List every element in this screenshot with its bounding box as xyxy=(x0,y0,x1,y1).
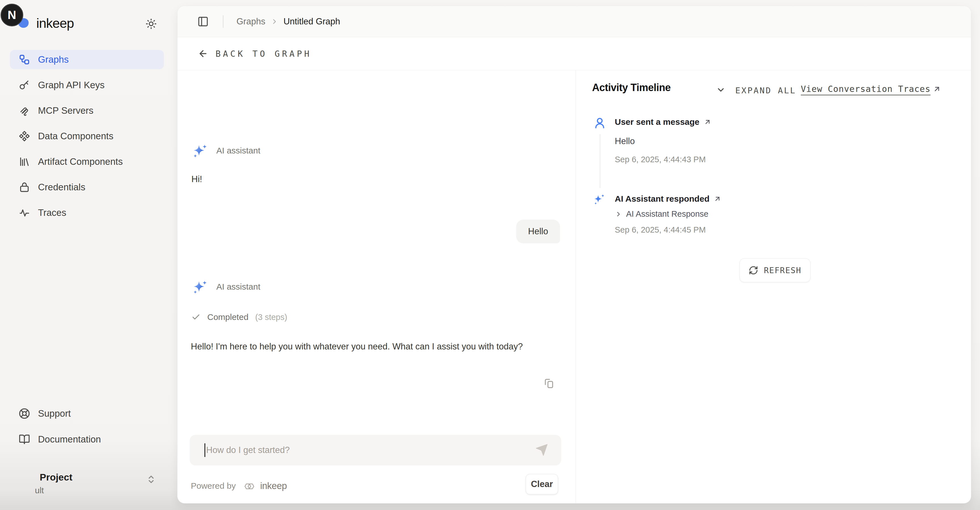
powered-by-row[interactable]: Powered by inkeep xyxy=(191,480,287,492)
sidebar-item-support[interactable]: Support xyxy=(10,404,164,423)
copy-button[interactable] xyxy=(543,377,555,390)
workflow-icon xyxy=(19,54,30,65)
timeline-event-body: Hello xyxy=(615,136,635,147)
sidebar-item-graph-api-keys[interactable]: Graph API Keys xyxy=(10,75,164,95)
theme-toggle-button[interactable] xyxy=(144,17,158,30)
chat-input[interactable] xyxy=(206,435,532,465)
arrow-up-right-icon xyxy=(933,85,941,93)
chat-input-container xyxy=(190,435,561,465)
mcp-icon xyxy=(19,105,30,116)
send-icon[interactable] xyxy=(535,443,549,457)
event-title-label: AI Assistant responded xyxy=(615,194,710,204)
badge-letter: N xyxy=(8,8,16,22)
top-bar: Graphs Untitled Graph xyxy=(178,6,971,37)
sidebar-item-documentation[interactable]: Documentation xyxy=(10,430,164,449)
timeline-event-timestamp: Sep 6, 2025, 4:44:45 PM xyxy=(615,225,706,234)
arrow-up-right-icon xyxy=(703,118,711,126)
powered-brand: inkeep xyxy=(260,480,287,491)
arrow-up-right-icon xyxy=(713,195,721,203)
sidebar-item-label: Artifact Components xyxy=(38,156,123,167)
timeline-title: Activity Timeline xyxy=(592,82,671,94)
brand-logo[interactable]: inkeep xyxy=(14,14,74,32)
collapsed-label: AI Assistant Response xyxy=(626,209,708,219)
project-name: Project xyxy=(40,472,72,483)
timeline-event-title[interactable]: AI Assistant responded xyxy=(615,194,721,204)
assistant-label: AI assistant xyxy=(216,282,260,292)
sidebar-item-traces[interactable]: Traces xyxy=(10,203,164,222)
chevron-right-icon xyxy=(615,210,622,218)
component-icon xyxy=(19,131,30,142)
timeline-event-timestamp: Sep 6, 2025, 4:44:43 PM xyxy=(615,155,706,164)
clear-button[interactable]: Clear xyxy=(526,474,558,494)
event-title-label: User sent a message xyxy=(615,117,700,127)
status-steps: (3 steps) xyxy=(255,312,287,322)
back-to-graph-button[interactable]: BACK TO GRAPH xyxy=(178,37,971,70)
breadcrumb-page: Untitled Graph xyxy=(283,16,340,27)
user-message-bubble: Hello xyxy=(516,220,560,243)
powered-by-label: Powered by xyxy=(191,481,235,491)
view-traces-label: View Conversation Traces xyxy=(801,84,931,94)
sidebar-item-mcp-servers[interactable]: MCP Servers xyxy=(10,101,164,120)
key-icon xyxy=(19,80,30,91)
book-open-icon xyxy=(19,434,30,445)
text-caret xyxy=(204,443,205,457)
chevron-down-icon[interactable] xyxy=(716,85,725,95)
status-label: Completed xyxy=(207,312,248,322)
timeline-event-collapsed-row[interactable]: AI Assistant Response xyxy=(615,209,708,219)
user-icon xyxy=(593,116,606,129)
library-icon xyxy=(19,156,30,167)
sidebar-item-artifact-components[interactable]: Artifact Components xyxy=(10,152,164,171)
divider xyxy=(223,15,223,28)
expand-all-button[interactable]: EXPAND ALL xyxy=(735,86,796,95)
brand-name: inkeep xyxy=(36,15,74,31)
activity-timeline-panel: Activity Timeline EXPAND ALL View Conver… xyxy=(576,70,971,504)
ai-sparkles-icon xyxy=(592,193,606,207)
sidebar-item-label: Data Components xyxy=(38,131,113,142)
life-buoy-icon xyxy=(19,408,30,419)
breadcrumb-section[interactable]: Graphs xyxy=(237,16,266,27)
activity-icon xyxy=(19,207,30,218)
project-switcher[interactable]: Project ult xyxy=(10,465,164,499)
project-subtitle: ult xyxy=(35,486,44,495)
lock-icon xyxy=(19,182,30,193)
back-label: BACK TO GRAPH xyxy=(215,49,312,59)
sidebar-item-label: Graphs xyxy=(38,54,68,65)
sidebar-toggle-icon[interactable] xyxy=(197,16,209,27)
sidebar-footer-nav: Support Documentation xyxy=(10,404,164,456)
sidebar-item-credentials[interactable]: Credentials xyxy=(10,178,164,197)
completion-status[interactable]: Completed (3 steps) xyxy=(191,312,287,322)
refresh-button[interactable]: REFRESH xyxy=(740,258,810,282)
ai-sparkles-icon xyxy=(191,279,208,296)
assistant-label: AI assistant xyxy=(216,146,260,155)
check-icon xyxy=(191,312,200,322)
timeline-event-title[interactable]: User sent a message xyxy=(615,117,711,127)
refresh-label: REFRESH xyxy=(764,266,801,275)
view-conversation-traces-link[interactable]: View Conversation Traces xyxy=(801,84,941,94)
sidebar-nav: Graphs Graph API Keys MCP Servers xyxy=(10,50,164,229)
ai-sparkles-icon xyxy=(191,143,208,160)
assistant-message: Hi! xyxy=(191,174,202,184)
sidebar-item-label: Credentials xyxy=(38,182,85,193)
sidebar-item-label: Support xyxy=(38,408,71,419)
sidebar: inkeep Graphs Graph API Keys xyxy=(0,0,177,510)
sidebar-item-graphs[interactable]: Graphs xyxy=(10,50,164,69)
timeline-connector xyxy=(600,134,600,188)
main-panel: Graphs Untitled Graph BACK TO GRAPH AI a… xyxy=(177,6,971,504)
nextjs-dev-badge[interactable]: N xyxy=(0,4,23,26)
assistant-response: Hello! I'm here to help you with whateve… xyxy=(191,339,560,354)
sun-icon xyxy=(145,18,157,30)
refresh-icon xyxy=(749,266,758,275)
chat-panel: AI assistant Hi! Hello AI assistant Comp… xyxy=(178,70,576,504)
arrow-left-icon xyxy=(198,48,208,59)
inkeep-outline-logo-icon xyxy=(242,480,256,492)
sidebar-item-data-components[interactable]: Data Components xyxy=(10,126,164,146)
chevrons-up-down-icon xyxy=(146,475,156,484)
sidebar-item-label: Graph API Keys xyxy=(38,80,105,91)
chevron-right-icon xyxy=(270,18,278,26)
sidebar-item-label: MCP Servers xyxy=(38,105,94,116)
sidebar-item-label: Documentation xyxy=(38,434,101,445)
sidebar-item-label: Traces xyxy=(38,207,66,218)
